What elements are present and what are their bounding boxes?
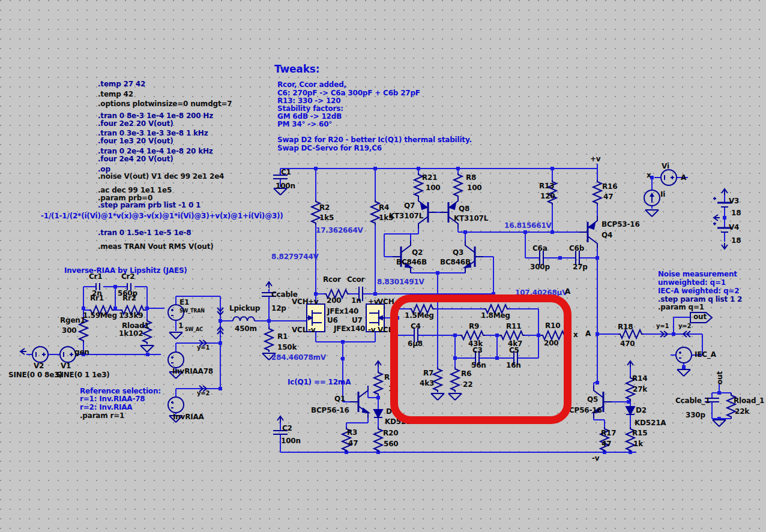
refsel-line[interactable]: r=1: Inv.RIAA-78 — [80, 395, 145, 403]
label-ccor[interactable]: Ccor — [347, 275, 364, 284]
label-r4[interactable]: R4 — [379, 203, 389, 212]
label-q4[interactable]: Q4 — [602, 231, 612, 239]
resistor-r1[interactable] — [265, 327, 273, 352]
source-v1[interactable] — [60, 347, 76, 362]
source-invriaa78[interactable] — [168, 352, 184, 368]
value-u6[interactable]: JFEx140 — [327, 307, 358, 315]
diode-d2[interactable] — [626, 407, 635, 414]
label-d2[interactable]: D2 — [636, 406, 647, 414]
label-v3[interactable]: V3 — [729, 197, 739, 205]
label-r3[interactable]: R3 — [347, 428, 357, 437]
net-flag-left-icon[interactable] — [714, 215, 720, 221]
value-c6a[interactable]: 300p — [530, 263, 550, 271]
label-r21[interactable]: R21 — [422, 173, 437, 182]
ground-icon[interactable] — [169, 332, 182, 339]
resistor-r4[interactable] — [371, 200, 379, 225]
value-q2[interactable]: BC846B — [396, 258, 427, 266]
probe-voltage[interactable]: 17.362664V — [316, 226, 363, 235]
value-r21[interactable]: 100 — [426, 184, 440, 192]
value-q4[interactable]: BCP53-16 — [602, 220, 640, 229]
directive-line[interactable]: .four 1e3 20 V(out) — [98, 137, 173, 145]
label-rr1[interactable]: Rr1 — [90, 294, 104, 302]
value-d2[interactable]: KD521A — [635, 419, 666, 427]
label-invriaa78[interactable]: InvRIAA78 — [172, 367, 213, 375]
value-r18[interactable]: 470 — [620, 339, 635, 348]
value-ccor[interactable]: 1n — [351, 296, 361, 305]
transistor-q4[interactable] — [579, 216, 597, 248]
net-label-x[interactable]: x — [573, 330, 578, 339]
noise-line[interactable]: unweighted: q=1 — [658, 278, 726, 287]
tweaks-line[interactable]: Rcor, Ccor added, — [277, 80, 346, 89]
tweaks-line[interactable]: Stability factors: — [277, 104, 343, 113]
resistor-r16[interactable] — [593, 180, 602, 205]
switch-condition-q2[interactable]: y=2 — [678, 322, 691, 330]
value-r8[interactable]: 100 — [467, 184, 481, 192]
noise-step-directive[interactable]: .step param q list 1 2 — [658, 295, 742, 303]
value-r17[interactable]: 47 — [602, 440, 611, 448]
net-label-a[interactable]: A — [565, 287, 570, 296]
value-v2[interactable]: SINE(0 0 8e3) — [8, 371, 62, 379]
label-iec-a[interactable]: IEC_A — [695, 350, 716, 359]
tweaks-title[interactable]: Tweaks: — [274, 65, 319, 73]
source-vi[interactable] — [661, 170, 677, 185]
label-c1[interactable]: C1 — [281, 168, 291, 176]
value-r1[interactable]: 150k — [277, 343, 297, 351]
formula-text[interactable]: -1/(1-1/(2*(i(Vi)@1*v(x)@3-v(x)@1*i(Vi)@… — [41, 212, 283, 220]
label-v2[interactable]: V2 — [34, 362, 44, 370]
net-label-minusv[interactable]: -v — [592, 454, 599, 462]
directive-line[interactable]: .temp 42 — [98, 90, 133, 98]
diode-d1[interactable] — [374, 410, 382, 417]
transistor-q8[interactable] — [440, 196, 458, 229]
value-rgen1[interactable]: 300 — [62, 326, 76, 335]
label-v4[interactable]: V4 — [729, 223, 739, 232]
label-c6a[interactable]: C6a — [532, 244, 547, 253]
net-flag-left-icon[interactable] — [20, 348, 26, 354]
resistor-r21[interactable] — [414, 173, 423, 198]
probe-voltage[interactable]: 16.815661V — [504, 221, 552, 230]
label-q1[interactable]: Q1 — [334, 395, 345, 403]
resistor-r20[interactable] — [374, 427, 382, 452]
label-sw-ac[interactable]: SW_AC — [185, 326, 203, 334]
label-r20[interactable]: R20 — [383, 429, 398, 437]
directive-line[interactable]: .tran 0 3e-3 1e-3 3e-8 1 kHz — [98, 129, 208, 137]
label-q8[interactable]: Q8 — [459, 205, 469, 213]
probe-voltage[interactable]: 8.8301491V — [377, 278, 424, 286]
value-ccable_1[interactable]: 330p — [686, 411, 705, 419]
ground-icon[interactable] — [645, 210, 659, 217]
inductor-lpickup[interactable] — [233, 317, 255, 321]
port-label-out[interactable]: out — [693, 312, 707, 321]
directive-line[interactable]: .tran 0 8e-3 1e-4 1e-8 200 Hz — [98, 112, 213, 120]
label-c6b[interactable]: C6b — [569, 244, 584, 253]
transistor-q2[interactable] — [393, 241, 411, 273]
net-flag-up-icon[interactable] — [722, 189, 728, 195]
label-vi[interactable]: Vi — [662, 162, 669, 170]
refsel-line[interactable]: Reference selection: — [80, 387, 161, 395]
label-r2[interactable]: R2 — [319, 203, 330, 212]
directive-line[interactable]: .tran 0 1.5e-1 1e-5 1e-8 — [98, 229, 191, 237]
label-rload_1[interactable]: Rload_1 — [734, 396, 764, 405]
value-r2[interactable]: 1k5 — [319, 214, 334, 222]
value-v4[interactable]: 18 — [731, 236, 741, 245]
value-u7[interactable]: JFEx140 — [334, 324, 365, 333]
label-cr2[interactable]: Cr2 — [121, 272, 134, 281]
value-c2[interactable]: 100n — [281, 437, 301, 445]
refsel-param[interactable]: .param r=1 — [80, 411, 124, 420]
label-u6[interactable]: U6 — [327, 316, 338, 324]
noise-param-directive[interactable]: .param q=1 — [658, 303, 704, 311]
net-label-a[interactable]: A — [681, 173, 686, 182]
value-rload_1[interactable]: 22k — [735, 407, 749, 416]
value-r13[interactable]: 120 — [540, 192, 555, 200]
value-r14[interactable]: 27k — [633, 385, 647, 393]
source-ii[interactable] — [644, 190, 660, 206]
directive-line[interactable]: .meas TRAN Vout RMS V(out) — [98, 242, 213, 251]
label-r17[interactable]: R17 — [601, 429, 616, 437]
directive-line[interactable]: .four 2e2 20 V(out) — [98, 119, 173, 128]
tweaks-swap-line[interactable]: Swap DC-Servo for R19,C6 — [277, 144, 382, 152]
net-flag-up-icon[interactable] — [266, 282, 272, 288]
directive-line[interactable]: .options plotwinsize=0 numdgt=7 — [98, 100, 232, 108]
label-ii[interactable]: Ii — [660, 190, 665, 199]
directive-line[interactable]: .ac dec 99 1e1 1e5 — [98, 186, 172, 194]
label-u7[interactable]: U7 — [352, 316, 363, 324]
resistor-r5[interactable] — [374, 371, 382, 396]
ground-icon[interactable] — [713, 420, 726, 426]
